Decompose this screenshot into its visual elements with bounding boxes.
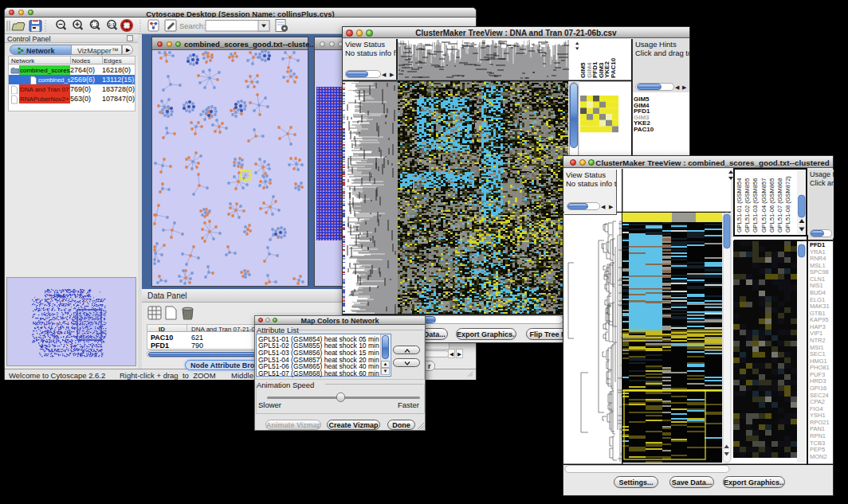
- svg-text:1:1: 1:1: [108, 22, 115, 27]
- svg-text:PAC10: PAC10: [634, 126, 654, 133]
- svg-text:PAC10: PAC10: [610, 57, 617, 78]
- svg-text:GPL51-04 (GSM857: GPL51-04 (GSM857: [760, 178, 768, 232]
- svg-text:Search:: Search:: [179, 21, 206, 30]
- svg-text:GPL51-02 (GSM855: GPL51-02 (GSM855: [744, 178, 751, 232]
- svg-text:GPL51-06 (GSM865: GPL51-06 (GSM865: [768, 178, 775, 232]
- svg-text:GPL51-01 (GSM854: GPL51-01 (GSM854: [736, 178, 743, 232]
- svg-text:MON2: MON2: [810, 453, 827, 460]
- svg-text:GPL51-03 (GSM856: GPL51-03 (GSM856: [752, 178, 759, 232]
- svg-text:GPL51-07 (GSM868: GPL51-07 (GSM868: [776, 178, 783, 232]
- svg-text:GPL51-08 (GSM872): GPL51-08 (GSM872): [784, 176, 791, 232]
